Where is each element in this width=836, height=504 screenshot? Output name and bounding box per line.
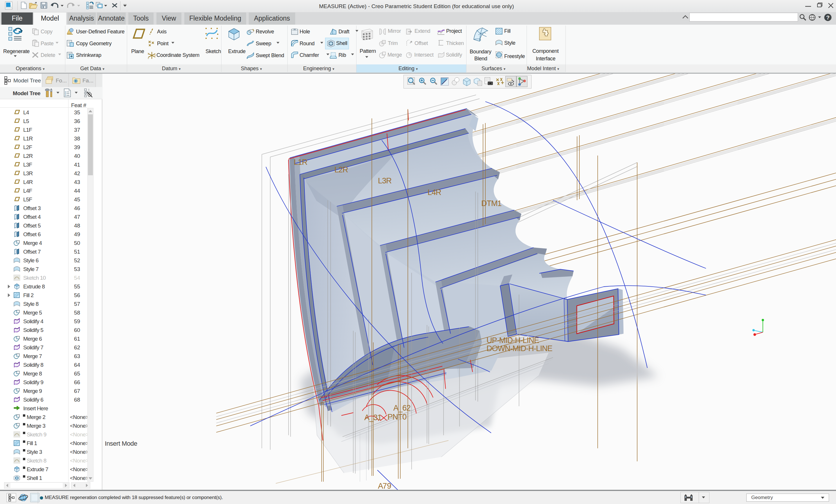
- svg-text:DOWN-MID-H-LINE: DOWN-MID-H-LINE: [487, 344, 552, 353]
- svg-text:?: ?: [826, 15, 830, 21]
- svg-text:y: y: [148, 52, 149, 55]
- svg-text:z: z: [148, 57, 149, 59]
- svg-text:UP-MID-H-LINE: UP-MID-H-LINE: [487, 336, 539, 345]
- svg-text:x: x: [154, 54, 156, 57]
- svg-text:PNT0: PNT0: [387, 413, 406, 421]
- svg-text:DTM1: DTM1: [481, 199, 501, 208]
- svg-text:L2R: L2R: [335, 166, 348, 174]
- svg-text:A_31: A_31: [364, 413, 381, 422]
- svg-text:A_62: A_62: [393, 404, 411, 412]
- svg-text:L3R: L3R: [378, 176, 392, 185]
- svg-text:L1R: L1R: [294, 158, 307, 167]
- svg-text:L4R: L4R: [428, 188, 441, 197]
- svg-text:7: 7: [383, 482, 387, 490]
